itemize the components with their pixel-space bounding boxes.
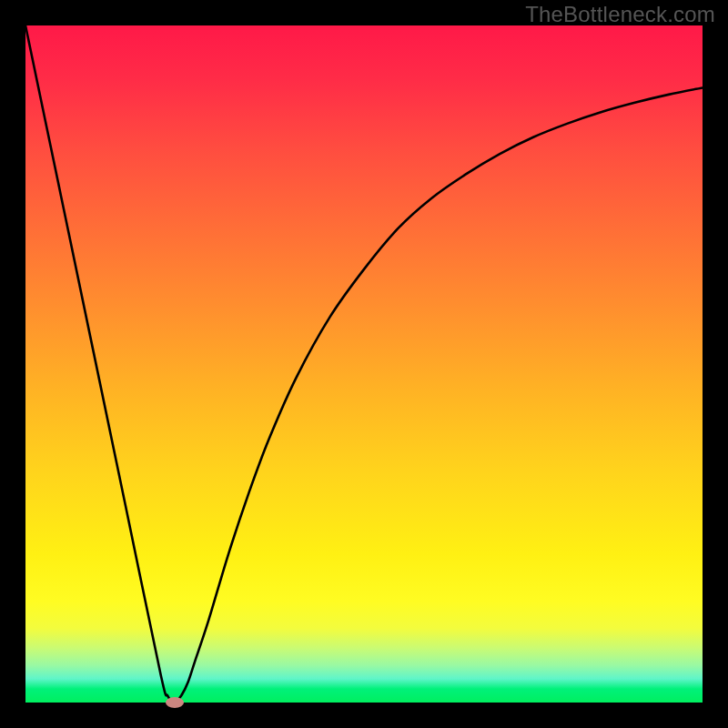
optimal-point-marker xyxy=(166,697,184,708)
bottleneck-curve xyxy=(25,25,703,703)
watermark-text: TheBottleneck.com xyxy=(525,2,715,27)
chart-container: TheBottleneck.com xyxy=(0,0,728,728)
plot-area xyxy=(25,25,703,703)
curve-svg xyxy=(25,25,703,703)
